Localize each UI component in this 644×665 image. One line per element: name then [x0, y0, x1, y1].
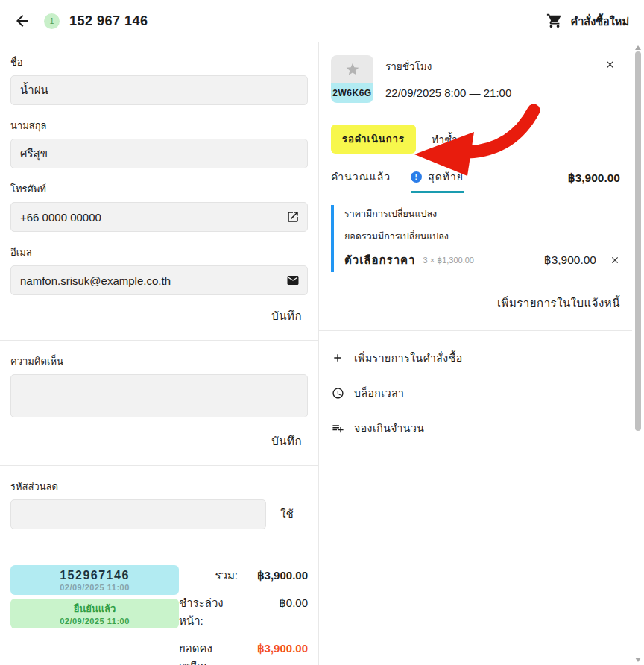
service-name: รายชั่วโมง [385, 58, 620, 75]
clock-icon [331, 387, 344, 400]
tab-final-label: สุดท้าย [428, 168, 464, 185]
total-change-line: ยอดรวมมีการเปลี่ยนแปลง [344, 229, 620, 244]
apply-discount-button[interactable]: ใช้ [266, 505, 308, 523]
last-name-field[interactable] [10, 139, 308, 168]
info-icon: ! [411, 171, 422, 183]
add-invoice-item-link[interactable]: เพิ่มรายการในใบแจ้งหนี้ [331, 294, 620, 312]
last-name-label: นามสกุล [10, 118, 308, 133]
vertical-scrollbar [632, 42, 644, 665]
item-amount: ฿3,900.00 [544, 253, 596, 267]
email-label: อีเมล [10, 245, 308, 260]
external-link-icon[interactable] [286, 210, 300, 224]
price-line-item: ตัวเลือกราคา 3 × ฿1,300.00 ฿3,900.00 [344, 251, 620, 269]
tab-final[interactable]: ! สุดท้าย [411, 168, 464, 193]
new-order-label: คำสั่งซื้อใหม่ [570, 13, 629, 30]
customer-panel: ชื่อ นามสกุล โทรศัพท์ อีเมล บันทึก ความค… [0, 42, 318, 665]
price-change-alert: ราคามีการเปลี่ยนแปลง ยอดรวมมีการเปลี่ยนแ… [331, 205, 620, 272]
close-icon[interactable] [604, 59, 616, 70]
page-title: 152 967 146 [69, 13, 148, 29]
prepaid-label: ชำระล่วงหน้า: [179, 594, 243, 630]
divider [0, 465, 318, 466]
booking-count-badge: 1 [44, 13, 60, 29]
price-change-line: ราคามีการเปลี่ยนแปลง [344, 207, 620, 221]
discount-label: รหัสส่วนลด [10, 479, 308, 494]
booking-code-badge: 2W6K6G [331, 83, 373, 103]
order-summary: 152967146 02/09/2025 11:00 ยืนยันแล้ว 02… [10, 565, 308, 665]
star-icon [331, 55, 373, 83]
item-name: ตัวเลือกราคา [344, 251, 416, 269]
plus-icon [331, 352, 344, 364]
add-order-item-link[interactable]: เพิ่มรายการในคำสั่งซื้อ [331, 350, 620, 366]
price-tab-bar: คำนวณแล้ว ! สุดท้าย ฿3,900.00 [331, 168, 620, 193]
order-number: 152967146 [10, 569, 179, 582]
service-tile[interactable]: 2W6K6G [331, 55, 373, 103]
cart-icon [546, 13, 563, 29]
overbook-link[interactable]: จองเกินจำนวน [331, 420, 620, 436]
item-quantity: 3 × ฿1,300.00 [423, 256, 474, 265]
booking-panel: 2W6K6G รายชั่วโมง 22/09/2025 8:00 — 21:0… [319, 42, 632, 665]
comment-label: ความคิดเห็น [10, 353, 308, 369]
scroll-up-arrow[interactable] [635, 45, 641, 50]
scroll-down-arrow[interactable] [635, 658, 641, 662]
add-order-item-label: เพิ่มรายการในคำสั่งซื้อ [354, 350, 463, 366]
comment-field[interactable] [10, 374, 308, 417]
booking-datetime: 22/09/2025 8:00 — 21:00 [385, 86, 620, 99]
prepaid-value: ฿0.00 [243, 596, 308, 610]
status-badge[interactable]: ยืนยันแล้ว 02/09/2025 11:00 [10, 599, 179, 628]
repeat-button[interactable]: ทำซ้ำ [432, 131, 458, 148]
balance-value: ฿3,900.00 [239, 642, 308, 655]
email-field[interactable] [10, 265, 308, 295]
block-time-link[interactable]: บล็อกเวลา [331, 385, 620, 401]
playlist-add-icon [331, 422, 344, 435]
total-value: ฿3,900.00 [238, 569, 308, 582]
balance-label: ยอดคงเหลือ: [179, 640, 239, 665]
save-contact-button[interactable]: บันทึก [271, 307, 302, 325]
email-icon[interactable] [286, 274, 300, 287]
divider [0, 340, 318, 341]
first-name-field[interactable] [10, 75, 308, 105]
order-detail-screen: 1 152 967 146 คำสั่งซื้อใหม่ ชื่อ นามสกุ… [0, 0, 644, 665]
back-arrow-icon [13, 12, 31, 30]
divider [319, 330, 632, 331]
block-time-label: บล็อกเวลา [354, 385, 404, 401]
first-name-label: ชื่อ [10, 54, 308, 70]
phone-field[interactable] [10, 202, 308, 232]
status-label: ยืนยันแล้ว [10, 601, 179, 617]
header-bar: 1 152 967 146 คำสั่งซื้อใหม่ [0, 0, 644, 42]
save-comment-button[interactable]: บันทึก [271, 432, 302, 450]
tab-calculated[interactable]: คำนวณแล้ว [331, 168, 391, 193]
new-order-button[interactable]: คำสั่งซื้อใหม่ [546, 13, 629, 30]
order-number-badge[interactable]: 152967146 02/09/2025 11:00 [10, 565, 179, 595]
discount-code-field[interactable] [10, 499, 266, 529]
divider [0, 540, 318, 540]
back-button[interactable] [12, 10, 33, 31]
order-datetime: 02/09/2025 11:00 [10, 583, 179, 592]
overbook-label: จองเกินจำนวน [354, 420, 424, 436]
booking-total: ฿3,900.00 [568, 171, 620, 193]
scrollbar-thumb[interactable] [635, 51, 641, 431]
status-datetime: 02/09/2025 11:00 [10, 617, 179, 625]
phone-label: โทรศัพท์ [10, 181, 308, 197]
remove-item-icon[interactable] [610, 255, 620, 265]
total-label: รวม: [215, 567, 238, 584]
pending-status-badge[interactable]: รอดำเนินการ [331, 125, 416, 154]
